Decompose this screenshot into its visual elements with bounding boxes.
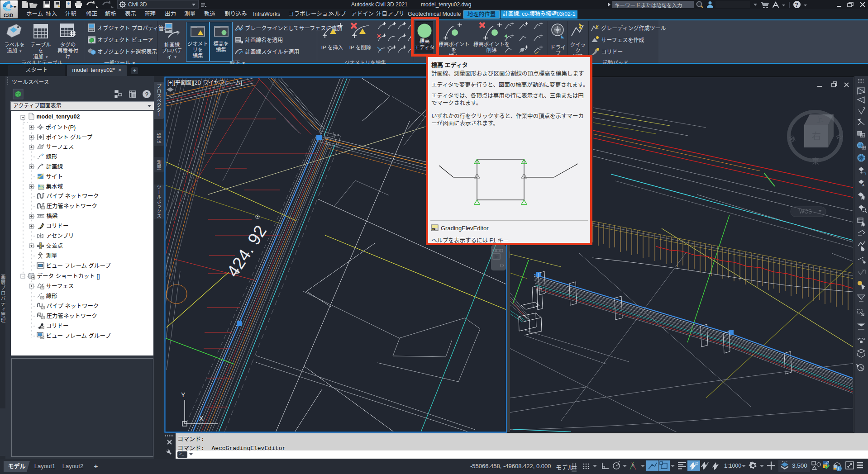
svg-text:[+][平面図][2D ワイヤフレーム]: [+][平面図][2D ワイヤフレーム] [167, 80, 242, 86]
svg-text:?: ? [795, 2, 798, 8]
svg-text:i: i [838, 467, 839, 471]
svg-text:右: 右 [812, 131, 821, 141]
svg-text:WCS: WCS [799, 209, 812, 215]
svg-text:X: X [199, 415, 204, 422]
svg-text:3.500: 3.500 [792, 462, 807, 469]
svg-text:A: A [862, 183, 865, 187]
svg-text:?: ? [145, 91, 149, 98]
svg-text:Y: Y [181, 391, 186, 398]
svg-text:東: 東 [812, 157, 819, 165]
svg-text:1:1000: 1:1000 [724, 463, 741, 469]
svg-text:C3D: C3D [4, 13, 13, 18]
